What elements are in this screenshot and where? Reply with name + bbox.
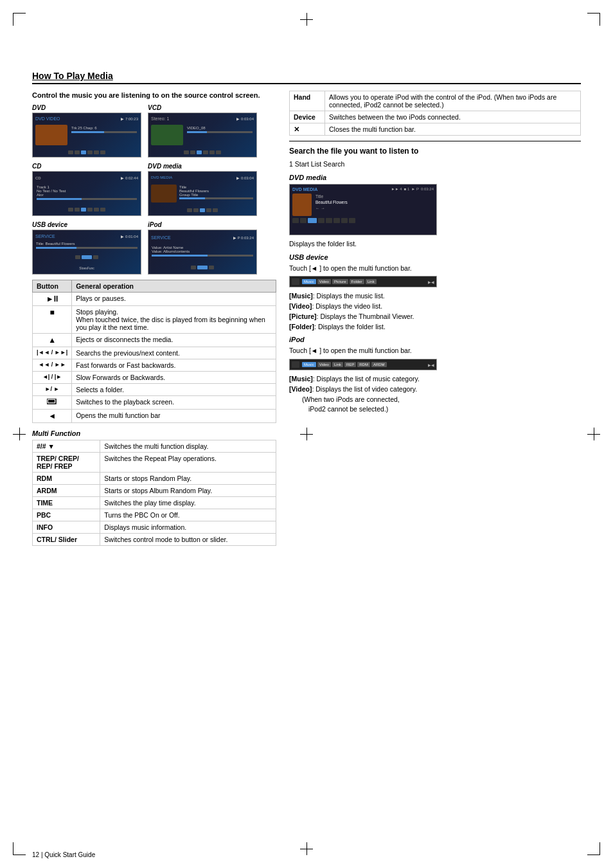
operation-col-header: General operation: [72, 280, 276, 293]
mf-desc-time: Switches the play time display.: [100, 497, 276, 509]
mf-desc-hash: Switches the multi function display.: [100, 440, 276, 453]
desc-folder: Selects a folder.: [72, 384, 276, 396]
corner-mark-tl: [13, 13, 26, 26]
ipod-tab-music: Music: [302, 362, 316, 367]
svg-rect-1: [48, 400, 55, 402]
ipod-tab-ardm: ARDM: [371, 362, 387, 367]
multi-function-title: Multi Function: [32, 429, 276, 437]
left-column: Control the music you are listening to o…: [32, 91, 276, 546]
dvd-media-search-label: DVD media: [289, 174, 581, 181]
desc-ff-rw: Fast forwards or Fast backwards.: [72, 359, 276, 372]
dvd-media-search-screen: DVD MEDIA ►► 4 ■ 1 ► P 0:03:24: [289, 184, 437, 235]
table-row: Device Switches between the two iPods co…: [290, 111, 581, 123]
dvd-screen-container: DVD DVD VIDEO ▶ 7:00:23 Trk 25 Chap: 6: [32, 104, 141, 158]
mf-desc-trep: Switches the Repeat Play operations.: [100, 453, 276, 473]
device-label: Device: [290, 111, 325, 123]
right-column: Hand Allows you to operate iPod with the…: [289, 91, 581, 546]
crosshair-left: [13, 428, 26, 440]
cd-label: CD: [32, 163, 141, 170]
table-row: ◄ Opens the multi function bar: [33, 410, 276, 423]
page-number-container: 12 | Quick Start Guide: [32, 851, 95, 858]
usb-descriptions: [Music]: Displays the music list. [Video…: [289, 291, 581, 332]
table-row: ►II Plays or pauses.: [33, 293, 276, 306]
intro-text: Control the music you are listening to o…: [32, 91, 276, 100]
corner-mark-bl: [13, 842, 26, 855]
screen-row-usb-ipod: USB device SERVICE ▶ 0:01:04 Title: Beau…: [32, 221, 276, 275]
table-row: Switches to the playback screen.: [33, 396, 276, 410]
close-desc: Closes the multi function bar.: [325, 123, 581, 136]
usb-tab-picture: Picture: [332, 279, 348, 284]
hand-label: Hand: [290, 91, 325, 111]
mf-desc-info: Displays music information.: [100, 521, 276, 534]
btn-multifunction: ◄: [33, 410, 72, 423]
table-row: ▲ Ejects or disconnects the media.: [33, 334, 276, 347]
table-row: INFO Displays music information.: [33, 521, 276, 534]
usb-tab-link: Link: [366, 279, 377, 284]
mf-btn-pbc: PBC: [33, 509, 100, 521]
dvd-screen: DVD VIDEO ▶ 7:00:23 Trk 25 Chap: 6: [32, 113, 141, 158]
table-row: #/# ▼ Switches the multi function displa…: [33, 440, 276, 453]
dvdmedia-screen-container: DVD media DVD MEDIA ▶ 0:03:04 Title: [148, 163, 257, 216]
usb-device-search-label: USB device: [289, 253, 581, 261]
desc-stop: Stops playing.When touched twice, the di…: [72, 306, 276, 334]
crosshair-right: [587, 428, 600, 440]
desc-slow: Slow Forwards or Backwards.: [72, 372, 276, 384]
mf-desc-ctrl: Switches control mode to button or slide…: [100, 534, 276, 546]
button-table: Button General operation ►II Plays or pa…: [32, 280, 276, 423]
btn-eject: ▲: [33, 334, 72, 347]
ipod-tab-rdm: RDM: [357, 362, 370, 367]
desc-eject: Ejects or disconnects the media.: [72, 334, 276, 347]
dvdmedia-label: DVD media: [148, 163, 257, 170]
dvd-label: DVD: [32, 104, 141, 111]
ipod-tab-video: Video: [317, 362, 331, 367]
table-row: CTRL/ Slider Switches control mode to bu…: [33, 534, 276, 546]
close-label: ✕: [290, 123, 325, 136]
table-row: ◄| / |► Slow Forwards or Backwards.: [33, 372, 276, 384]
btn-slow: ◄| / |►: [33, 372, 72, 384]
dvdmedia-screen: DVD MEDIA ▶ 0:03:04 Title Beautiful Flow…: [148, 171, 257, 216]
cd-screen: CD ▶ 0:02:44 Track 1 No Test / No Test A…: [32, 171, 141, 216]
mf-btn-ardm: ARDM: [33, 485, 100, 497]
screen-row-cd-dvdmedia: CD CD ▶ 0:02:44 Track 1 No Test / No Tes…: [32, 163, 276, 216]
table-row: RDM Starts or stops Random Play.: [33, 473, 276, 485]
table-row: TREP/ CREP/REP/ FREP Switches the Repeat…: [33, 453, 276, 473]
usb-tab-folder: Folder: [350, 279, 364, 284]
button-col-header: Button: [33, 280, 72, 293]
multi-function-table: #/# ▼ Switches the multi function displa…: [32, 440, 276, 546]
crosshair-top: [300, 13, 313, 26]
mf-btn-rdm: RDM: [33, 473, 100, 485]
ipod-descriptions: [Music]: Displays the list of music cate…: [289, 374, 581, 415]
vcd-screen: Stereo: 1 ▶ 0:03:04 VIDEO_08: [148, 113, 257, 158]
ipod-screen: SERVICE ▶ P 0:03:24 Value: Artist Name V…: [148, 230, 257, 275]
usb-label: USB device: [32, 221, 141, 228]
cd-screen-container: CD CD ▶ 0:02:44 Track 1 No Test / No Tes…: [32, 163, 141, 216]
desc-prevnext: Searchs the previous/next content.: [72, 347, 276, 359]
vcd-screen-container: VCD Stereo: 1 ▶ 0:03:04 VIDEO_08: [148, 104, 257, 158]
desc-play-pause: Plays or pauses.: [72, 293, 276, 306]
crosshair-bottom: [300, 842, 313, 855]
usb-screen-container: USB device SERVICE ▶ 0:01:04 Title: Beau…: [32, 221, 141, 275]
desc-playback: Switches to the playback screen.: [72, 396, 276, 410]
section-header: How To Play Media: [32, 71, 581, 84]
table-row: ◄◄ / ►► Fast forwards or Fast backwards.: [33, 359, 276, 372]
table-row: Hand Allows you to operate iPod with the…: [290, 91, 581, 111]
usb-touch-text: Touch [◄ ] to open the multi function ba…: [289, 264, 581, 274]
table-row: TIME Switches the play time display.: [33, 497, 276, 509]
table-row: ■ Stops playing.When touched twice, the …: [33, 306, 276, 334]
vcd-label: VCD: [148, 104, 257, 111]
table-row: |◄◄ / ►►| Searchs the previous/next cont…: [33, 347, 276, 359]
page-title: How To Play Media: [32, 71, 581, 81]
mf-btn-trep: TREP/ CREP/REP/ FREP: [33, 453, 100, 473]
usb-screen: SERVICE ▶ 0:01:04 Title: Beautiful Flowe…: [32, 230, 141, 275]
page-number: 12: [32, 851, 39, 858]
search-step1: 1 Start List Search: [289, 159, 581, 170]
corner-mark-br: [587, 842, 600, 855]
mf-desc-rdm: Starts or stops Random Play.: [100, 473, 276, 485]
desc-multifunction: Opens the multi function bar: [72, 410, 276, 423]
btn-ff-rw: ◄◄ / ►►: [33, 359, 72, 372]
hand-desc: Allows you to operate iPod with the cont…: [325, 91, 581, 111]
ipod-tab-link: Link: [332, 362, 343, 367]
btn-prevnext: |◄◄ / ►►|: [33, 347, 72, 359]
ipod-label: iPod: [148, 221, 257, 228]
btn-stop: ■: [33, 306, 72, 334]
